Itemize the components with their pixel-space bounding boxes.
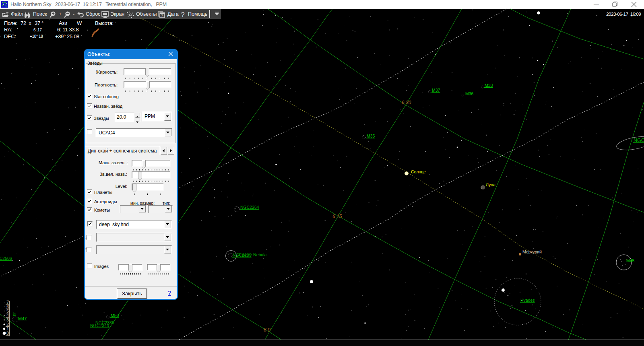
svg-text:5: 5 [13,311,16,316]
svg-text:M47: M47 [18,316,27,321]
svg-text:0: 0 [6,331,9,336]
svg-text:NGC2264: NGC2264 [240,205,259,210]
svg-text:M35: M35 [367,134,375,138]
svg-text:M37: M37 [432,88,440,93]
svg-text:NGC2343: NGC2343 [90,323,109,328]
svg-text:M38: M38 [485,83,493,88]
svg-text:M36: M36 [465,91,474,96]
svg-text:6 15: 6 15 [332,214,342,219]
svg-text:NGC2506: NGC2506 [0,256,12,261]
svg-text:Луна: Луна [486,182,495,187]
svg-text:NGC14: NGC14 [634,138,644,143]
svg-text:6 0: 6 0 [264,327,270,333]
svg-text:Rosette Nebula: Rosette Nebula [237,252,267,257]
svg-text:Меркурий: Меркурий [522,249,542,254]
svg-text:6 30: 6 30 [402,100,411,105]
svg-text:M50: M50 [111,313,119,318]
svg-text:Солнце: Солнце [411,169,426,174]
svg-text:Hyades: Hyades [520,298,535,303]
svg-text:M45: M45 [626,258,635,263]
